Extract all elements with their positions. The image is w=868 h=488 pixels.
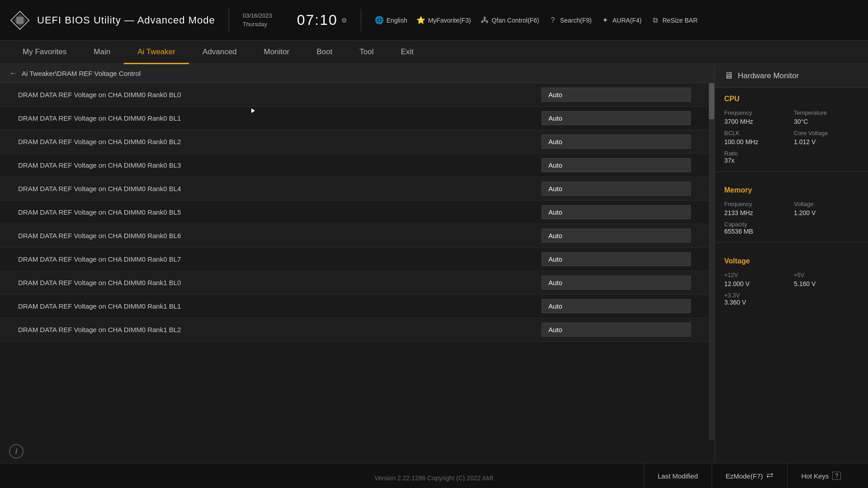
nav-boot[interactable]: Boot — [303, 41, 346, 64]
divider-memory-voltage — [715, 242, 868, 243]
cpu-temp-label: Temperature — [794, 109, 859, 116]
scrollbar-thumb[interactable] — [709, 83, 714, 119]
mem-freq-value: 2133 MHz — [724, 209, 789, 216]
core-voltage-value: 1.012 V — [794, 138, 859, 145]
setting-value[interactable]: Auto — [542, 111, 691, 125]
setting-value[interactable]: Auto — [542, 88, 691, 102]
scrollbar-track[interactable] — [709, 83, 714, 440]
setting-name: DRAM DATA REF Voltage on CHA DIMM0 Rank1… — [18, 302, 542, 310]
setting-name: DRAM DATA REF Voltage on CHA DIMM0 Rank0… — [18, 232, 542, 239]
setting-row[interactable]: DRAM DATA REF Voltage on CHA DIMM0 Rank0… — [0, 154, 709, 177]
divider — [229, 9, 229, 32]
memory-title: Memory — [724, 186, 859, 194]
memory-freq-data: Frequency Voltage 2133 MHz 1.200 V — [724, 201, 859, 216]
setting-name: DRAM DATA REF Voltage on CHA DIMM0 Rank0… — [18, 255, 542, 263]
cpu-section: CPU Frequency Temperature 3700 MHz 30°C … — [715, 88, 868, 168]
setting-row[interactable]: DRAM DATA REF Voltage on CHA DIMM0 Rank0… — [0, 83, 709, 107]
asus-logo — [9, 9, 31, 31]
setting-name: DRAM DATA REF Voltage on CHA DIMM0 Rank0… — [18, 185, 542, 192]
setting-value[interactable]: Auto — [542, 299, 691, 313]
v12-label: +12V — [724, 272, 789, 278]
date-display: 03/16/2023 — [243, 12, 288, 20]
tool-aura[interactable]: ✦ AURA(F4) — [601, 16, 642, 25]
setting-value[interactable]: Auto — [542, 135, 691, 149]
nav-monitor[interactable]: Monitor — [250, 41, 303, 64]
setting-value[interactable]: Auto — [542, 229, 691, 243]
tool-language[interactable]: 🌐 English — [375, 16, 407, 25]
tool-myfavorite[interactable]: ⭐ MyFavorite(F3) — [416, 16, 471, 25]
v5-label: +5V — [794, 272, 859, 278]
breadcrumb-path: Ai Tweaker\DRAM REF Voltage Control — [22, 70, 141, 77]
main-nav: My Favorites Main Ai Tweaker Advanced Mo… — [0, 41, 868, 64]
cpu-temp-value: 30°C — [794, 118, 859, 125]
tool-search-label: Search(F9) — [560, 17, 592, 24]
setting-value[interactable]: Auto — [542, 276, 691, 290]
v33-label: +3.3V — [724, 292, 859, 299]
nav-my-favorites[interactable]: My Favorites — [9, 41, 80, 64]
bios-title: UEFI BIOS Utility — Advanced Mode — [37, 14, 215, 26]
mem-voltage-value: 1.200 V — [794, 209, 859, 216]
cpu-freq-label: Frequency — [724, 109, 789, 116]
hardware-monitor-label: Hardware Monitor — [738, 71, 799, 80]
bclk-value: 100.00 MHz — [724, 138, 789, 145]
monitor-icon: 🖥 — [724, 70, 733, 81]
setting-row[interactable]: DRAM DATA REF Voltage on CHA DIMM0 Rank0… — [0, 224, 709, 248]
setting-row[interactable]: DRAM DATA REF Voltage on CHA DIMM0 Rank1… — [0, 295, 709, 318]
back-button[interactable]: ← — [9, 69, 17, 78]
gear-icon[interactable]: ⚙ — [341, 17, 347, 24]
svg-point-3 — [484, 19, 486, 21]
fan-icon — [480, 16, 489, 25]
mem-voltage-label: Voltage — [794, 201, 859, 207]
tool-resizebar[interactable]: ⧉ ReSize BAR — [651, 16, 698, 25]
info-button[interactable]: i — [9, 444, 24, 459]
setting-row[interactable]: DRAM DATA REF Voltage on CHA DIMM0 Rank0… — [0, 201, 709, 224]
cpu-freq-value: 3700 MHz — [724, 118, 789, 125]
v33-value: 3.360 V — [724, 299, 859, 306]
mem-capacity-area: Capacity 65536 MB — [724, 221, 859, 235]
top-tools: 🌐 English ⭐ MyFavorite(F3) Qfan Control(… — [375, 16, 859, 25]
divider2 — [361, 9, 361, 32]
setting-value[interactable]: Auto — [542, 252, 691, 266]
nav-advanced[interactable]: Advanced — [189, 41, 250, 64]
hardware-monitor-title: 🖥 Hardware Monitor — [715, 64, 868, 88]
mem-capacity-value: 65536 MB — [724, 228, 859, 235]
nav-ai-tweaker[interactable]: Ai Tweaker — [124, 41, 189, 64]
breadcrumb: ← Ai Tweaker\DRAM REF Voltage Control — [0, 64, 714, 83]
tool-qfan-label: Qfan Control(F6) — [492, 17, 539, 24]
setting-value[interactable]: Auto — [542, 158, 691, 172]
setting-row[interactable]: DRAM DATA REF Voltage on CHA DIMM0 Rank0… — [0, 248, 709, 271]
divider-cpu-memory — [715, 171, 868, 172]
voltage-title: Voltage — [724, 257, 859, 265]
setting-name: DRAM DATA REF Voltage on CHA DIMM0 Rank1… — [18, 279, 542, 286]
datetime-area: 03/16/2023 Thursday — [243, 12, 288, 28]
nav-main[interactable]: Main — [80, 41, 124, 64]
bottom-bar: Last Modified EzMode(F7) ⮂ Hot Keys ? Ve… — [0, 463, 868, 488]
globe-icon: 🌐 — [375, 16, 384, 25]
memory-section: Memory Frequency Voltage 2133 MHz 1.200 … — [715, 179, 868, 239]
setting-value[interactable]: Auto — [542, 323, 691, 337]
setting-row[interactable]: DRAM DATA REF Voltage on CHA DIMM0 Rank0… — [0, 130, 709, 154]
ratio-value: 37x — [724, 157, 859, 164]
svg-marker-2 — [16, 17, 24, 24]
svg-point-4 — [483, 16, 486, 19]
setting-row[interactable]: DRAM DATA REF Voltage on CHA DIMM0 Rank1… — [0, 318, 709, 342]
setting-value[interactable]: Auto — [542, 205, 691, 219]
nav-exit[interactable]: Exit — [387, 41, 427, 64]
v12-value: 12.000 V — [724, 280, 789, 287]
top-bar: UEFI BIOS Utility — Advanced Mode 03/16/… — [0, 0, 868, 41]
tool-qfan[interactable]: Qfan Control(F6) — [480, 16, 539, 25]
setting-row[interactable]: DRAM DATA REF Voltage on CHA DIMM0 Rank0… — [0, 107, 709, 130]
cpu-title: CPU — [724, 95, 859, 103]
version-text: Version 2.22.1286 Copyright (C) 2022 AMI — [0, 474, 868, 482]
resizebar-icon: ⧉ — [651, 16, 660, 25]
tool-search[interactable]: ? Search(F9) — [548, 16, 592, 25]
search-icon: ? — [548, 16, 557, 25]
setting-name: DRAM DATA REF Voltage on CHA DIMM0 Rank0… — [18, 138, 542, 145]
setting-value[interactable]: Auto — [542, 182, 691, 196]
star-icon: ⭐ — [416, 16, 425, 25]
setting-row[interactable]: DRAM DATA REF Voltage on CHA DIMM0 Rank0… — [0, 177, 709, 201]
setting-name: DRAM DATA REF Voltage on CHA DIMM0 Rank0… — [18, 161, 542, 169]
voltage-12-5-data: +12V +5V 12.000 V 5.160 V — [724, 272, 859, 287]
nav-tool[interactable]: Tool — [346, 41, 387, 64]
setting-row[interactable]: DRAM DATA REF Voltage on CHA DIMM0 Rank1… — [0, 271, 709, 295]
